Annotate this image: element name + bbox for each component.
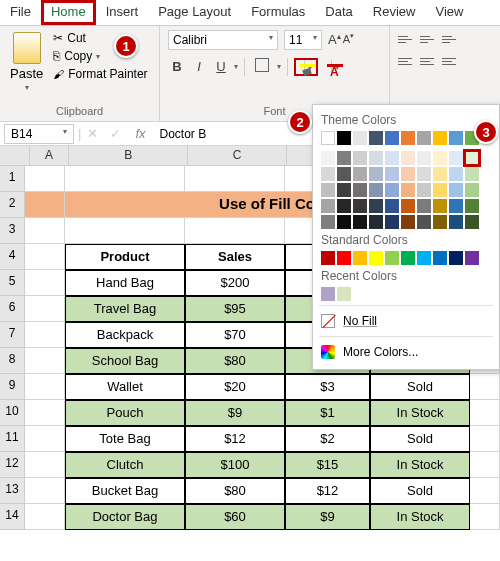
swatch[interactable] bbox=[385, 167, 399, 181]
font-size-select[interactable]: 11▾ bbox=[284, 30, 322, 50]
swatch[interactable] bbox=[449, 251, 463, 265]
font-color-button[interactable]: ▾ bbox=[322, 59, 344, 75]
swatch[interactable] bbox=[417, 131, 431, 145]
cell[interactable]: $95 bbox=[185, 296, 285, 322]
cell[interactable]: Travel Bag bbox=[65, 296, 185, 322]
row-header-11[interactable]: 11 bbox=[0, 426, 25, 452]
swatch[interactable] bbox=[385, 215, 399, 229]
swatch[interactable] bbox=[465, 151, 479, 165]
cell[interactable] bbox=[470, 374, 500, 400]
swatch[interactable] bbox=[337, 215, 351, 229]
swatch[interactable] bbox=[401, 183, 415, 197]
menu-tab-page-layout[interactable]: Page Layout bbox=[148, 0, 241, 25]
menu-tab-file[interactable]: File bbox=[0, 0, 41, 25]
swatch[interactable] bbox=[401, 215, 415, 229]
cell[interactable] bbox=[25, 452, 65, 478]
cell[interactable]: Tote Bag bbox=[65, 426, 185, 452]
paste-button[interactable]: Paste ▾ bbox=[8, 30, 45, 94]
row-header-8[interactable]: 8 bbox=[0, 348, 25, 374]
swatch[interactable] bbox=[417, 199, 431, 213]
swatch[interactable] bbox=[401, 167, 415, 181]
swatch[interactable] bbox=[401, 151, 415, 165]
swatch[interactable] bbox=[449, 215, 463, 229]
cell[interactable]: Bucket Bag bbox=[65, 478, 185, 504]
cell[interactable]: Sales bbox=[185, 244, 285, 270]
cell[interactable]: In Stock bbox=[370, 452, 470, 478]
menu-tab-formulas[interactable]: Formulas bbox=[241, 0, 315, 25]
row-header-14[interactable]: 14 bbox=[0, 504, 25, 530]
cell[interactable] bbox=[25, 270, 65, 296]
cell[interactable]: Product bbox=[65, 244, 185, 270]
cell[interactable] bbox=[25, 478, 65, 504]
cell[interactable] bbox=[470, 400, 500, 426]
cancel-icon[interactable]: ✕ bbox=[81, 126, 104, 141]
cell[interactable] bbox=[25, 400, 65, 426]
cell[interactable]: $20 bbox=[185, 374, 285, 400]
enter-icon[interactable]: ✓ bbox=[104, 126, 127, 141]
align-middle[interactable] bbox=[418, 30, 438, 48]
swatch[interactable] bbox=[385, 199, 399, 213]
cell[interactable]: $100 bbox=[185, 452, 285, 478]
swatch[interactable] bbox=[321, 215, 335, 229]
swatch[interactable] bbox=[465, 251, 479, 265]
cell[interactable] bbox=[25, 504, 65, 530]
row-header-4[interactable]: 4 bbox=[0, 244, 25, 270]
border-button[interactable] bbox=[251, 56, 273, 77]
swatch[interactable] bbox=[369, 251, 383, 265]
swatch[interactable] bbox=[337, 251, 351, 265]
cell[interactable]: $3 bbox=[285, 374, 370, 400]
swatch[interactable] bbox=[433, 131, 447, 145]
cell[interactable] bbox=[470, 426, 500, 452]
cell[interactable]: $2 bbox=[285, 426, 370, 452]
cell[interactable]: $12 bbox=[285, 478, 370, 504]
font-name-select[interactable]: Calibri▾ bbox=[168, 30, 278, 50]
cell[interactable]: Sold bbox=[370, 478, 470, 504]
swatch[interactable] bbox=[353, 215, 367, 229]
swatch[interactable] bbox=[465, 167, 479, 181]
swatch[interactable] bbox=[433, 167, 447, 181]
align-bottom[interactable] bbox=[440, 30, 460, 48]
swatch[interactable] bbox=[321, 199, 335, 213]
cell[interactable] bbox=[25, 426, 65, 452]
swatch[interactable] bbox=[337, 167, 351, 181]
col-header-B[interactable]: B bbox=[69, 146, 188, 165]
swatch[interactable] bbox=[449, 199, 463, 213]
format-painter-button[interactable]: Format Painter bbox=[51, 66, 149, 82]
cell[interactable] bbox=[185, 166, 285, 192]
swatch[interactable] bbox=[353, 131, 367, 145]
swatch[interactable] bbox=[401, 251, 415, 265]
swatch[interactable] bbox=[337, 287, 351, 301]
name-box[interactable]: B14▾ bbox=[4, 124, 74, 144]
col-header-C[interactable]: C bbox=[188, 146, 287, 165]
swatch[interactable] bbox=[369, 151, 383, 165]
cell[interactable]: Doctor Bag bbox=[65, 504, 185, 530]
cell[interactable] bbox=[25, 374, 65, 400]
row-header-9[interactable]: 9 bbox=[0, 374, 25, 400]
swatch[interactable] bbox=[369, 199, 383, 213]
cell[interactable]: Sold bbox=[370, 426, 470, 452]
italic-button[interactable]: I bbox=[190, 57, 208, 76]
cell[interactable]: $15 bbox=[285, 452, 370, 478]
swatch[interactable] bbox=[369, 167, 383, 181]
swatch[interactable] bbox=[353, 251, 367, 265]
swatch[interactable] bbox=[433, 151, 447, 165]
swatch[interactable] bbox=[449, 131, 463, 145]
align-center[interactable] bbox=[418, 52, 438, 70]
cell[interactable]: School Bag bbox=[65, 348, 185, 374]
swatch[interactable] bbox=[353, 167, 367, 181]
swatch[interactable] bbox=[433, 183, 447, 197]
row-header-2[interactable]: 2 bbox=[0, 192, 25, 218]
row-header-10[interactable]: 10 bbox=[0, 400, 25, 426]
no-fill-item[interactable]: No Fill bbox=[319, 310, 493, 332]
swatch[interactable] bbox=[369, 215, 383, 229]
cell[interactable]: $80 bbox=[185, 478, 285, 504]
swatch[interactable] bbox=[417, 183, 431, 197]
swatch[interactable] bbox=[353, 199, 367, 213]
row-header-3[interactable]: 3 bbox=[0, 218, 25, 244]
swatch[interactable] bbox=[337, 131, 351, 145]
row-header-1[interactable]: 1 bbox=[0, 166, 25, 192]
row-header-7[interactable]: 7 bbox=[0, 322, 25, 348]
cell[interactable] bbox=[25, 348, 65, 374]
cell[interactable] bbox=[25, 166, 65, 192]
swatch[interactable] bbox=[321, 183, 335, 197]
